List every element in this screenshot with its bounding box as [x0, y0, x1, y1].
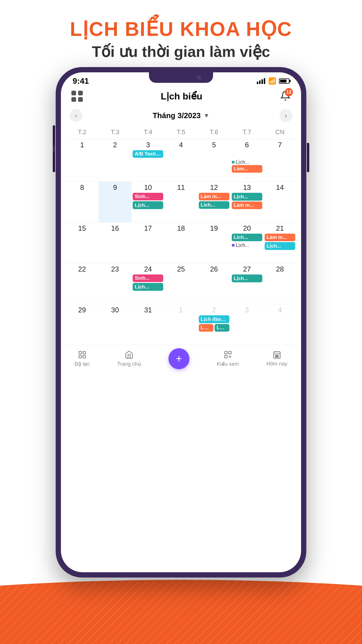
weekday-tue: T.3	[99, 127, 131, 138]
power-button	[307, 143, 309, 172]
svg-rect-6	[225, 355, 227, 358]
today-icon	[273, 350, 281, 359]
svg-rect-0	[79, 351, 82, 354]
day-13[interactable]: 13 Lịch... Làm m...	[231, 181, 263, 222]
week-4: 22 23 24 Sinh... Lịch... 25 26	[66, 263, 296, 304]
tab-today[interactable]: Hôm nay	[266, 350, 287, 367]
day-9[interactable]: 9	[99, 181, 131, 222]
day-2[interactable]: 2	[99, 139, 131, 181]
day-5[interactable]: 5	[198, 139, 231, 181]
day-17[interactable]: 17	[131, 222, 164, 263]
day-31[interactable]: 31	[131, 304, 164, 345]
day-apr-2[interactable]: 2 Lịch đào tạo tea... Làm m... Làm m...	[198, 304, 231, 345]
month-label[interactable]: Tháng 3/2023 ▼	[153, 111, 210, 120]
day-25[interactable]: 25	[164, 263, 197, 304]
weekday-header: T.2 T.3 T.4 T.5 T.6 T.7 CN	[66, 127, 296, 138]
weekday-fri: T.6	[198, 127, 231, 138]
svg-rect-5	[229, 351, 231, 354]
svg-rect-3	[83, 355, 86, 358]
weekday-mon: T.2	[66, 127, 99, 138]
day-10[interactable]: 10 Sinh... Lịch...	[131, 181, 164, 222]
signal-icon	[257, 78, 265, 84]
tab-home[interactable]: Trang chủ	[117, 350, 141, 367]
day-28[interactable]: 28	[263, 263, 296, 304]
week-2: 8 9 10 Sinh... Lịch... 11 12	[66, 181, 296, 222]
tab-home-label: Trang chủ	[117, 361, 141, 367]
notification-bell[interactable]: 12	[280, 90, 291, 102]
weekday-thu: T.5	[164, 127, 197, 138]
day-14[interactable]: 14	[263, 181, 296, 222]
day-20[interactable]: 20 Lich... Lịch...	[231, 222, 263, 263]
tab-filter[interactable]: Bộ lọc	[75, 350, 90, 367]
side-buttons-left	[53, 125, 55, 172]
day-8[interactable]: 8	[66, 181, 99, 222]
tab-filter-label: Bộ lọc	[75, 361, 90, 367]
day-29[interactable]: 29 lịch đào tạo team marketing	[66, 304, 99, 345]
day-15[interactable]: 15 lịch đào tạo team marketing lịch đào …	[66, 222, 99, 263]
status-icons: 📶	[257, 77, 289, 85]
weekday-sat: T.7	[231, 127, 263, 138]
notch	[149, 72, 213, 83]
day-24[interactable]: 24 Sinh... Lịch...	[131, 263, 164, 304]
day-19[interactable]: 19	[198, 222, 231, 263]
status-time: 9:41	[73, 76, 89, 86]
notification-badge: 12	[285, 88, 293, 96]
day-26[interactable]: 26	[198, 263, 231, 304]
volume-down-button	[53, 152, 55, 172]
day-12[interactable]: 12 Làm m... Lich...	[198, 181, 231, 222]
side-buttons-right	[307, 143, 309, 172]
day-apr-3[interactable]: 3	[231, 304, 263, 345]
app-title: Lịch biểu	[161, 91, 203, 102]
grid-icon[interactable]	[71, 91, 83, 102]
next-month-button[interactable]: ›	[280, 109, 292, 122]
day-4[interactable]: 4	[164, 139, 197, 181]
day-27[interactable]: 27 Lịch...	[231, 263, 263, 304]
day-22[interactable]: 22	[66, 263, 99, 304]
wifi-icon: 📶	[268, 77, 276, 85]
day-30[interactable]: 30	[99, 304, 131, 345]
filter-icon	[78, 350, 87, 359]
month-navigator: ‹ Tháng 3/2023 ▼ ›	[61, 107, 301, 124]
day-16[interactable]: 16	[99, 222, 131, 263]
week-1: 1 Làm mới giao diện mobile làm mới giao.…	[66, 139, 296, 181]
tab-view-label: Kiểu xem	[217, 361, 239, 367]
camera	[197, 75, 201, 80]
volume-up-button	[53, 125, 55, 146]
battery-icon	[279, 78, 289, 84]
day-6[interactable]: 6 Làm mới giao diệ... Lịch... Làm... ...	[231, 139, 263, 181]
tab-today-label: Hôm nay	[266, 361, 287, 367]
svg-rect-1	[83, 351, 86, 354]
day-21[interactable]: 21 Làm m... Lịch...	[263, 222, 296, 263]
home-icon	[125, 350, 133, 359]
tab-view[interactable]: Kiểu xem	[217, 350, 239, 367]
plus-icon: +	[176, 353, 182, 365]
svg-rect-13	[275, 356, 278, 357]
page-title: LỊCH BIỂU KHOA HỌC	[0, 18, 362, 41]
week-3: 15 lịch đào tạo team marketing lịch đào …	[66, 222, 296, 263]
bottom-decoration	[0, 580, 362, 644]
day-1[interactable]: 1 Làm mới giao diện mobile làm mới giao.…	[66, 139, 99, 181]
day-apr-1[interactable]: 1	[164, 304, 197, 345]
tab-bar: Bộ lọc Trang chủ + Ki	[61, 345, 301, 377]
day-23[interactable]: 23	[99, 263, 131, 304]
day-7[interactable]: 7	[263, 139, 296, 181]
phone-screen: 9:41 📶 Lịch bi	[61, 72, 301, 572]
app-header: Lịch biểu 12	[61, 88, 301, 107]
day-18[interactable]: 18	[164, 222, 197, 263]
day-apr-4[interactable]: 4	[263, 304, 296, 345]
prev-month-button[interactable]: ‹	[70, 109, 82, 122]
month-dropdown-icon: ▼	[203, 112, 209, 119]
weekday-sun: CN	[263, 127, 296, 138]
calendar: T.2 T.3 T.4 T.5 T.6 T.7 CN 1 Làm mới gia…	[61, 127, 301, 345]
week-5: 29 lịch đào tạo team marketing 30 31 1 2	[66, 304, 296, 345]
day-11[interactable]: 11	[164, 181, 197, 222]
phone-frame: 9:41 📶 Lịch bi	[56, 67, 306, 578]
svg-rect-2	[79, 355, 82, 358]
page-subtitle: Tối ưu thời gian làm việc	[0, 43, 362, 60]
tab-create[interactable]: +	[168, 348, 189, 369]
page-header: LỊCH BIỂU KHOA HỌC Tối ưu thời gian làm …	[0, 18, 362, 60]
svg-rect-4	[225, 351, 227, 354]
day-3[interactable]: 3 A/B Testing	[131, 139, 164, 181]
view-icon	[224, 350, 232, 359]
weekday-wed: T.4	[131, 127, 164, 138]
